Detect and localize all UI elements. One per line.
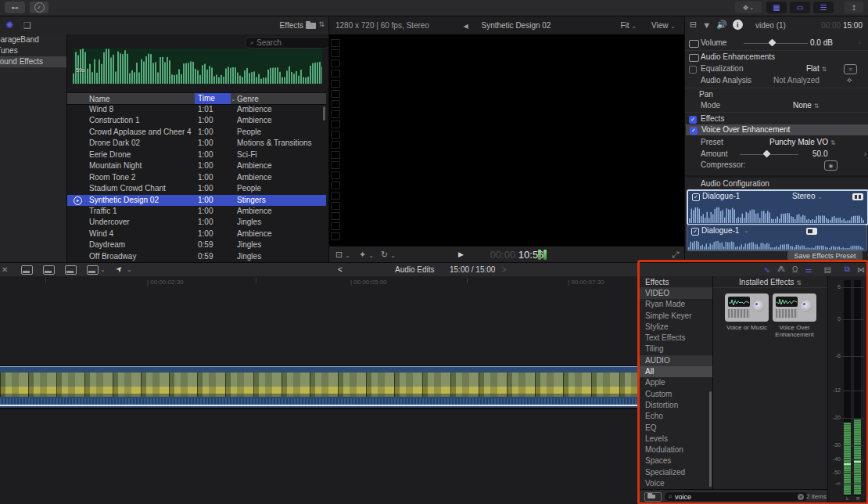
pan-mode-popup[interactable]: None ⇅ [793,100,819,112]
sound-row[interactable]: Daydream0:59Jingles [67,239,326,250]
list-scrollbar[interactable] [323,106,325,121]
snapping-icon[interactable]: ⚌ [805,265,812,274]
category-eq[interactable]: EQ [640,423,712,434]
index-icon[interactable]: ✕ [2,265,8,274]
column-time[interactable]: Time [195,93,231,104]
installed-effects-popup[interactable]: Installed Effects ⇅ [713,278,827,286]
category-distortion[interactable]: Distortion [640,400,712,411]
back-arrow-icon[interactable]: ◀ [464,23,468,30]
expand-viewer-icon[interactable]: ⤢ [672,250,679,259]
sound-row[interactable]: Crowd Applause and Cheer 41:00People [67,127,326,138]
index-card-icon[interactable]: ▤ [823,265,830,274]
crop-tool-icon[interactable]: ⊡ ⌄ [335,250,350,261]
sound-row[interactable]: Room Tone 21:00Ambience [67,172,326,183]
mini-audio-meter-left[interactable] [538,250,541,260]
play-indicator-icon[interactable]: ▸ [74,196,82,205]
equalization-popup[interactable]: Flat ⇅ [806,63,827,75]
sidebar-item-sound-effects[interactable]: Sound Effects [0,56,66,67]
clear-search-icon[interactable]: ✕ [798,494,804,500]
check-circle-icon[interactable]: ✓ [30,2,48,13]
category-scrollbar[interactable] [709,391,712,487]
masks-dropdown-icon[interactable]: ❖ ⌄ [735,2,762,13]
enhancements-tool-icon[interactable]: ✦ ⌄ [359,250,374,261]
connect-edit-icon[interactable] [21,265,33,275]
save-effects-preset-button[interactable]: Save Effects Preset [787,251,863,261]
chevron-down-icon[interactable]: ⌄ [744,225,749,236]
view-dropdown[interactable]: View ⌄ [651,21,676,30]
dialogue1-checkbox[interactable]: ✓ [692,193,700,201]
mini-audio-meter-right[interactable] [543,250,547,260]
dialogue2-checkbox[interactable]: ✓ [691,228,699,236]
category-audio[interactable]: AUDIO [640,355,712,366]
equalization-checkbox[interactable] [689,66,697,74]
insert-edit-icon[interactable] [43,265,55,275]
inspector-toggle-icon[interactable]: ☰ [813,2,834,13]
sound-row[interactable]: ▸Synthetic Design 021:00Stingers [67,195,326,206]
voe-preset-popup[interactable]: Punchy Male VO ⇅ [769,137,836,149]
solo-headphones-icon[interactable]: Ω [792,265,798,274]
category-voice[interactable]: Voice [640,478,712,489]
category-simple-keyer[interactable]: Simple Keyer [640,311,712,322]
transitions-browser-icon[interactable]: ⋈ [857,265,865,274]
effect-thumb-voice-or-music[interactable] [725,293,769,322]
dialogue-channel-2[interactable]: ✓ Dialogue-1 ⌄ [687,225,867,251]
edit-dropdown-icon[interactable]: ⌄ [100,266,106,273]
dialogue1-format-popup[interactable]: Stereo ⌄ [792,191,823,203]
sidebar-item-itunes[interactable]: iTunes [0,45,66,56]
chevron-updown-icon[interactable]: ⇅ [318,20,325,28]
audio-preview-waveform[interactable] [73,49,322,84]
column-genre[interactable]: Genre [237,95,259,103]
dialogue-channel-1[interactable]: ✓ Dialogue-1 Stereo ⌄ [687,189,868,225]
retime-tool-icon[interactable]: ↻ ⌄ [381,250,396,261]
category-levels[interactable]: Levels [640,434,712,445]
sound-row[interactable]: Traffic 11:00Ambience [67,206,326,217]
sound-row[interactable]: Drone Dark 021:00Motions & Transitions [67,138,326,149]
voice-over-enhancement-row[interactable]: ✓ Voice Over Enhancement [686,124,868,135]
timeline-forward-chevron[interactable]: > [502,265,507,274]
sound-row[interactable]: Eerie Drone1:00Sci-Fi [67,149,326,160]
sound-row[interactable]: Construction 11:00Ambience [67,115,326,126]
sound-row[interactable]: Stadium Crowd Chant1:00People [67,183,326,194]
append-edit-icon[interactable] [65,265,77,275]
chevron-right-icon[interactable]: › [864,149,866,160]
sound-row[interactable]: Wind 81:01Ambience [67,104,326,115]
magic-wand-icon[interactable]: ✧ [846,75,852,86]
category-specialized[interactable]: Specialized [640,467,712,478]
color-inspector-icon[interactable]: ▼ [702,20,711,30]
category-tiling[interactable]: Tiling [640,344,712,355]
folder-icon[interactable] [306,23,316,29]
video-inspector-icon[interactable]: ⊟ [690,20,697,30]
effects-search-input[interactable]: ⌕ voice ✕ [664,491,809,502]
category-stylize[interactable]: Stylize [640,322,712,333]
effects-browser-icon[interactable]: ⧉ [845,265,850,274]
animation-rect-icon[interactable] [689,40,699,48]
effect-thumb-voice-over-enhancement[interactable] [773,293,816,322]
photos-audio-icon[interactable]: ✺ [5,20,13,31]
key-icon[interactable]: ⊷ [5,2,25,13]
skimming-icon[interactable]: ∿ [764,265,770,274]
audio-inspector-icon[interactable]: 🔊 [716,20,727,30]
timeline-project-name[interactable]: Audio Edits [395,265,435,274]
sound-row[interactable]: Undercover1:00Jingles [67,217,326,228]
sound-row[interactable]: Off Broadway0:59Jingles [67,251,326,262]
sound-row[interactable]: Mountain Night1:00Ambience [67,160,326,171]
volume-value[interactable]: 0.0 dB [810,38,833,49]
keyframe-icon[interactable]: ◦ [858,38,861,49]
sound-row[interactable]: Wind 41:00Ambience [67,229,326,239]
timeline-toggle-icon[interactable]: ▭ [790,2,810,13]
titles-generators-icon[interactable]: ❑ [23,20,31,31]
info-inspector-icon[interactable]: i [733,20,743,30]
voe-amount-knob[interactable] [763,150,771,158]
category-modulation[interactable]: Modulation [640,445,712,455]
search-input[interactable]: ⌕ Search [245,37,331,49]
volume-slider-knob[interactable] [769,39,777,47]
animation-rect-icon[interactable] [689,54,699,62]
effects-checkbox[interactable]: ✓ [689,116,697,124]
category-custom[interactable]: Custom [640,389,712,400]
category-ryan-made[interactable]: Ryan Made [640,299,712,310]
compressor-controls-icon[interactable]: ◉ [824,160,838,171]
overwrite-edit-icon[interactable] [87,265,99,275]
volume-slider[interactable] [744,43,808,44]
category-spaces[interactable]: Spaces [640,455,712,466]
browser-toggle-icon[interactable]: ▦ [766,2,787,13]
